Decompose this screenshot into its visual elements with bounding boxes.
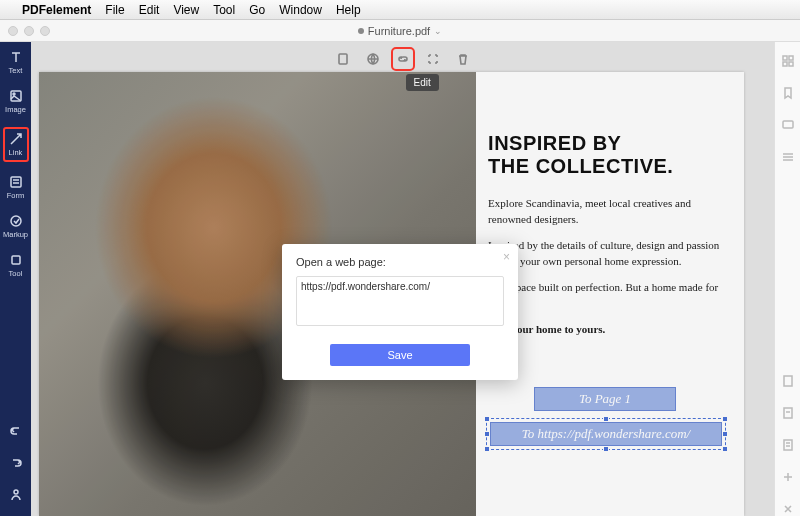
body-paragraph: Inspired by the details of culture, desi… [488, 238, 726, 270]
panel-action-3[interactable] [781, 438, 795, 452]
sidebar-item-link[interactable]: Link [4, 128, 28, 161]
panel-menu[interactable] [781, 150, 795, 164]
menu-view[interactable]: View [173, 3, 199, 17]
bookmark-icon [781, 86, 795, 100]
panel-close[interactable] [781, 502, 795, 516]
sidebar-item-form[interactable]: Form [4, 175, 28, 200]
svg-rect-8 [783, 56, 787, 60]
svg-point-5 [14, 490, 18, 494]
svg-rect-6 [339, 54, 347, 64]
svg-rect-15 [784, 440, 792, 450]
close-icon [781, 502, 795, 516]
svg-point-1 [13, 93, 15, 95]
right-sidebar [774, 42, 800, 516]
save-button[interactable]: Save [330, 344, 470, 366]
panel-annotations[interactable] [781, 118, 795, 132]
svg-rect-9 [789, 56, 793, 60]
toolbar-web-link[interactable] [364, 50, 382, 68]
url-input[interactable] [296, 276, 504, 326]
menu-help[interactable]: Help [336, 3, 361, 17]
text-icon [9, 50, 23, 64]
body-paragraph: It's a space built on perfection. But a … [488, 280, 726, 312]
tooltip: Edit [406, 74, 439, 91]
scan-icon [426, 52, 440, 66]
link-toolbar [334, 50, 472, 68]
toolbar-scan[interactable] [424, 50, 442, 68]
svg-rect-13 [784, 376, 792, 386]
image-icon [9, 89, 23, 103]
svg-rect-2 [11, 177, 21, 187]
menu-edit[interactable]: Edit [139, 3, 160, 17]
share-button[interactable] [9, 488, 23, 506]
trash-icon [456, 52, 470, 66]
menu-go[interactable]: Go [249, 3, 265, 17]
doc2-icon [781, 406, 795, 420]
plus-icon [781, 470, 795, 484]
panel-thumbnails[interactable] [781, 54, 795, 68]
window-titlebar: Furniture.pdf ⌄ [0, 20, 800, 42]
undo-icon [9, 424, 23, 438]
panel-action-2[interactable] [781, 406, 795, 420]
chevron-down-icon[interactable]: ⌄ [434, 26, 442, 36]
markup-icon [9, 214, 23, 228]
sidebar-item-text[interactable]: Text [4, 50, 28, 75]
svg-rect-10 [783, 62, 787, 66]
menu-window[interactable]: Window [279, 3, 322, 17]
sidebar-item-tool[interactable]: Tool [4, 253, 28, 278]
sidebar-item-image[interactable]: Image [4, 89, 28, 114]
body-paragraph: Explore Scandinavia, meet local creative… [488, 196, 726, 228]
body-paragraph: From our home to yours. [488, 322, 726, 338]
toolbar-page-link[interactable] [334, 50, 352, 68]
svg-rect-11 [789, 62, 793, 66]
toolbar-delete[interactable] [454, 50, 472, 68]
menubar: PDFelement File Edit View Tool Go Window… [0, 0, 800, 20]
link-icon [9, 132, 23, 146]
tool-icon [9, 253, 23, 267]
link-annotation-page[interactable]: To Page 1 [534, 387, 676, 411]
page-heading: INSPIRED BYTHE COLLECTIVE. [488, 132, 726, 178]
annotation-icon [781, 118, 795, 132]
panel-bookmarks[interactable] [781, 86, 795, 100]
link-url-dialog: × Open a web page: Save [282, 244, 518, 380]
redo-button[interactable] [9, 456, 23, 474]
svg-rect-12 [783, 121, 793, 128]
app-name[interactable]: PDFelement [22, 3, 91, 17]
toolbar-edit-link[interactable] [394, 50, 412, 68]
doc3-icon [781, 438, 795, 452]
dialog-close-button[interactable]: × [503, 250, 510, 264]
doc-icon [781, 374, 795, 388]
form-icon [9, 175, 23, 189]
chain-icon [396, 52, 410, 66]
undo-button[interactable] [9, 424, 23, 442]
menu-file[interactable]: File [105, 3, 124, 17]
sidebar-item-markup[interactable]: Markup [4, 214, 28, 239]
page-icon [336, 52, 350, 66]
traffic-lights[interactable] [8, 26, 50, 36]
redo-icon [9, 456, 23, 470]
svg-point-3 [11, 216, 21, 226]
thumbnails-icon [781, 54, 795, 68]
share-icon [9, 488, 23, 502]
dialog-title: Open a web page: [296, 256, 504, 268]
panel-action-1[interactable] [781, 374, 795, 388]
left-sidebar: Text Image Link Form Markup Tool [0, 42, 31, 516]
selection-handles[interactable] [486, 418, 726, 450]
panel-add[interactable] [781, 470, 795, 484]
menu-tool[interactable]: Tool [213, 3, 235, 17]
svg-rect-14 [784, 408, 792, 418]
menu-icon [781, 150, 795, 164]
globe-icon [366, 52, 380, 66]
document-title: Furniture.pdf ⌄ [358, 25, 442, 37]
svg-rect-4 [12, 256, 20, 264]
modified-indicator [358, 28, 364, 34]
